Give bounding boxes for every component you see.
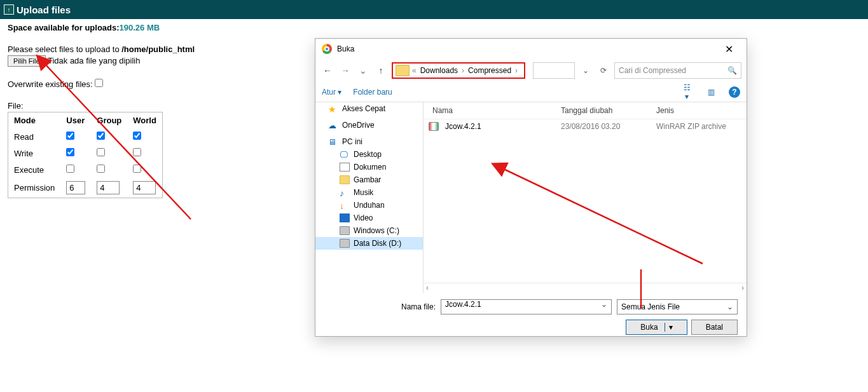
dialog-title: Buka	[337, 44, 354, 53]
drive-c-icon	[340, 226, 350, 235]
read-group-checkbox[interactable]	[97, 132, 105, 140]
music-icon: ♪	[340, 188, 350, 197]
write-user-checkbox[interactable]	[66, 148, 74, 156]
filename-label: Nama file:	[324, 302, 436, 311]
overwrite-checkbox[interactable]	[95, 79, 103, 87]
refresh-icon[interactable]: ⟳	[596, 66, 610, 75]
perm-world-input[interactable]	[133, 181, 156, 194]
header-title: Upload files	[17, 4, 71, 15]
space-line: Space available for uploads:190.26 MB	[8, 23, 860, 32]
video-icon	[340, 213, 350, 222]
upload-icon: ↑	[4, 4, 14, 15]
file-list-header: Nama Tanggal diubah Jenis	[424, 102, 747, 119]
filetype-select[interactable]: Semua Jenis File	[617, 299, 738, 314]
open-dropdown-icon[interactable]: ▾	[665, 323, 673, 332]
pc-icon: 🖥	[328, 137, 338, 146]
document-icon	[340, 163, 350, 172]
chrome-icon	[322, 44, 332, 54]
file-date: 23/08/2016 03.20	[557, 121, 652, 132]
no-file-text: Tidak ada file yang dipilih	[48, 56, 141, 65]
read-world-checkbox[interactable]	[133, 132, 141, 140]
drive-d-icon	[340, 239, 350, 248]
zip-icon	[429, 122, 439, 131]
page-header: ↑ Upload files	[0, 0, 868, 19]
exec-group-checkbox[interactable]	[97, 165, 105, 173]
sidebar-item-quick[interactable]: ★Akses Cepat	[315, 102, 423, 115]
forward-icon[interactable]: →	[338, 65, 352, 76]
sidebar-item-onedrive[interactable]: ☁OneDrive	[315, 119, 423, 132]
picture-icon	[340, 175, 350, 184]
filename-input[interactable]: Jcow.4.2.1	[441, 299, 612, 314]
star-icon: ★	[328, 104, 338, 113]
overwrite-label: Overwrite existing files:	[8, 79, 93, 89]
write-world-checkbox[interactable]	[133, 148, 141, 156]
folder-icon	[396, 65, 410, 76]
sidebar-item-video[interactable]: Video	[315, 212, 423, 224]
file-row[interactable]: Jcow.4.2.1 23/08/2016 03.20 WinRAR ZIP a…	[424, 119, 747, 133]
read-user-checkbox[interactable]	[66, 132, 74, 140]
help-icon[interactable]: ?	[729, 86, 740, 98]
open-button[interactable]: Buka▾	[626, 320, 687, 335]
permission-table: Mode User Group World Read Write Execute…	[8, 112, 163, 198]
perm-user-input[interactable]	[66, 181, 85, 194]
exec-user-checkbox[interactable]	[66, 165, 74, 173]
search-icon: 🔍	[727, 66, 737, 75]
desktop-icon: 🖵	[340, 150, 350, 159]
view-options-icon[interactable]: ☷ ▾	[680, 83, 693, 101]
sidebar-item-gambar[interactable]: Gambar	[315, 173, 423, 186]
sidebar-item-pc[interactable]: 🖥PC ini	[315, 135, 423, 148]
sidebar: ★Akses Cepat ☁OneDrive 🖥PC ini 🖵Desktop …	[315, 102, 424, 293]
crumb-downloads[interactable]: Downloads	[417, 66, 462, 75]
organize-menu[interactable]: Atur ▾	[322, 88, 341, 97]
crumb-compressed[interactable]: Compressed	[464, 66, 515, 75]
sidebar-item-desktop[interactable]: 🖵Desktop	[315, 148, 423, 161]
cancel-button[interactable]: Batal	[691, 320, 738, 335]
file-type: WinRAR ZIP archive	[652, 121, 741, 132]
sidebar-item-unduhan[interactable]: ↓Unduhan	[315, 199, 423, 212]
perm-group-input[interactable]	[97, 181, 120, 194]
file-name: Jcow.4.2.1	[441, 121, 557, 132]
horizontal-scrollbar[interactable]: ‹›	[424, 283, 747, 293]
close-icon[interactable]: ✕	[717, 43, 740, 55]
sidebar-item-dokumen[interactable]: Dokumen	[315, 161, 423, 173]
write-group-checkbox[interactable]	[97, 148, 105, 156]
recent-icon[interactable]: ⌄	[356, 65, 370, 76]
back-icon[interactable]: ←	[320, 65, 334, 76]
search-input[interactable]: Cari di Compressed 🔍	[614, 62, 741, 79]
exec-world-checkbox[interactable]	[133, 165, 141, 173]
sidebar-item-cdrive[interactable]: Windows (C:)	[315, 224, 423, 237]
sidebar-item-ddrive[interactable]: Data Disk (D:)	[315, 237, 423, 250]
up-icon[interactable]: ↑	[374, 65, 388, 76]
download-icon: ↓	[340, 201, 350, 210]
preview-pane-icon[interactable]: ▥	[705, 88, 717, 97]
new-folder-button[interactable]: Folder baru	[353, 88, 392, 97]
address-bar-extend[interactable]	[533, 62, 575, 79]
cloud-icon: ☁	[328, 121, 338, 130]
choose-file-button[interactable]: Pilih File	[8, 55, 46, 67]
file-open-dialog: Buka ✕ ← → ⌄ ↑ « Downloads › Compressed …	[315, 38, 747, 337]
breadcrumb[interactable]: « Downloads › Compressed ›	[392, 62, 525, 79]
sidebar-item-musik[interactable]: ♪Musik	[315, 186, 423, 199]
chevron-down-icon[interactable]: ⌄	[579, 66, 593, 75]
